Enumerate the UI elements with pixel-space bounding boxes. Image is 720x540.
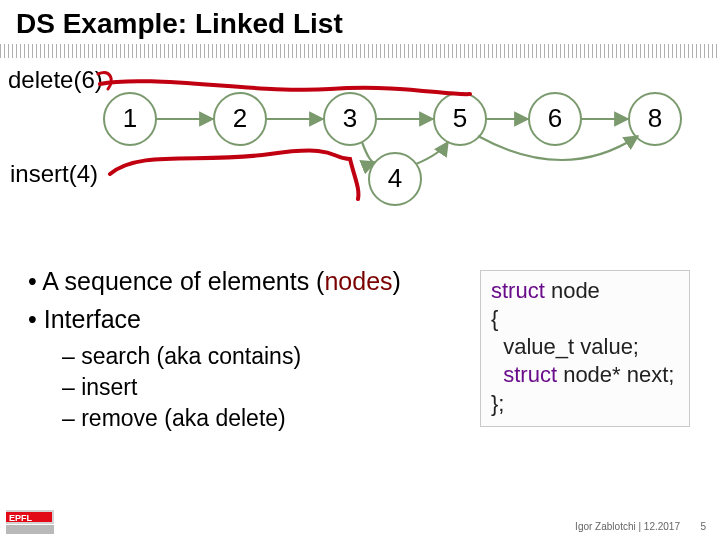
body-text: • A sequence of elements (nodes) • Inter… xyxy=(28,265,428,434)
insert-link-in xyxy=(362,142,375,162)
code-struct: struct node { value_t value; struct node… xyxy=(480,270,690,427)
bullet-1: • A sequence of elements (nodes) xyxy=(28,265,428,299)
node-6: 6 xyxy=(548,103,562,133)
insert-link-out xyxy=(416,142,448,164)
node-3: 3 xyxy=(343,103,357,133)
node-4: 4 xyxy=(388,163,402,193)
node-1: 1 xyxy=(123,103,137,133)
bullet-2: • Interface xyxy=(28,303,428,337)
epfl-logo: EPFL xyxy=(6,510,54,534)
list-nodes: 1 2 3 5 6 8 4 xyxy=(104,93,681,205)
insert-label: insert(4) xyxy=(10,160,98,187)
nodes-keyword: nodes xyxy=(324,267,392,295)
sub-1: – search (aka contains) xyxy=(62,341,428,372)
page-title: DS Example: Linked List xyxy=(0,0,720,44)
sub-3: – remove (aka delete) xyxy=(62,403,428,434)
node-5: 5 xyxy=(453,103,467,133)
page-number: 5 xyxy=(700,521,706,532)
sub-2: – insert xyxy=(62,372,428,403)
svg-rect-15 xyxy=(6,525,54,534)
red-annotation-insert xyxy=(110,151,358,199)
red-annotation-top xyxy=(100,81,470,94)
node-2: 2 xyxy=(233,103,247,133)
node-8: 8 xyxy=(648,103,662,133)
svg-text:EPFL: EPFL xyxy=(9,513,33,523)
linked-list-diagram: delete(6) insert(4) 1 2 3 5 6 8 4 xyxy=(0,64,720,234)
title-divider xyxy=(0,44,720,58)
footer-credit: Igor Zablotchi | 12.2017 xyxy=(575,521,680,532)
delete-label: delete(6) xyxy=(8,66,103,93)
